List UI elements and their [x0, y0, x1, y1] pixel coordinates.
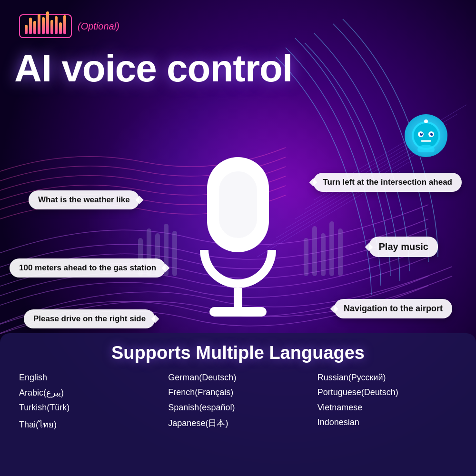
- bubble-turn-text: Turn left at the intersection ahead: [323, 178, 452, 187]
- waveform-box: [19, 14, 72, 38]
- optional-label: (Optional): [78, 21, 119, 32]
- lang-indonesian: Indonesian: [317, 417, 457, 431]
- waveform-bar: [46, 11, 49, 34]
- waveform-bar: [29, 18, 32, 34]
- svg-point-17: [430, 133, 433, 136]
- top-badge: (Optional): [19, 14, 119, 38]
- svg-point-22: [424, 119, 428, 123]
- bubble-drive: Please drive on the right side: [24, 309, 155, 328]
- lang-vietnamese: Vietnamese: [317, 403, 457, 413]
- bubble-turn: Turn left at the intersection ahead: [313, 173, 462, 192]
- page-title: AI voice control: [14, 48, 292, 89]
- languages-grid: English German(Deutsch) Russian(Русский)…: [19, 373, 457, 431]
- bubble-play: Play music: [369, 237, 438, 257]
- waveform-bar: [42, 17, 45, 34]
- waveform-bar: [63, 15, 66, 34]
- bubble-drive-text: Please drive on the right side: [33, 314, 146, 323]
- bubble-weather-text: What is the weather like: [38, 195, 130, 204]
- bubble-play-text: Play music: [378, 241, 428, 252]
- svg-point-19: [432, 133, 433, 134]
- waveform-bar: [38, 14, 40, 34]
- bubble-navigation: Navigation to the airport: [334, 299, 452, 318]
- svg-point-18: [421, 133, 422, 134]
- waveform-bar: [50, 20, 53, 34]
- robot-icon: [405, 114, 447, 157]
- lang-turkish: Turkish(Türk): [19, 403, 159, 413]
- lang-russian: Russian(Русский): [317, 373, 457, 383]
- languages-section: Supports Multiple Languages English Germ…: [0, 333, 476, 476]
- waveform-bar: [25, 25, 28, 34]
- languages-title: Supports Multiple Languages: [19, 343, 457, 363]
- waveform-bar: [33, 21, 36, 34]
- lang-arabic: Arabic(يبرع): [19, 387, 159, 398]
- bubble-nav-text: Navigation to the airport: [344, 304, 443, 313]
- microphone-icon: [200, 157, 276, 317]
- lang-thai: Thai(ไทย): [19, 417, 159, 431]
- bubble-gas-text: 100 meters ahead to the gas station: [19, 263, 156, 272]
- lang-portuguese: Portuguese(Deutsch): [317, 387, 457, 398]
- svg-point-16: [420, 133, 423, 136]
- svg-point-13: [414, 123, 438, 148]
- bubble-weather: What is the weather like: [29, 190, 139, 209]
- svg-rect-20: [421, 140, 431, 142]
- waveform-bar: [55, 16, 58, 34]
- waveform-bar: [59, 22, 62, 34]
- lang-english: English: [19, 373, 159, 383]
- lang-spanish: Spanish(español): [168, 403, 307, 413]
- bubble-gas: 100 meters ahead to the gas station: [10, 258, 166, 278]
- lang-french: French(Français): [168, 387, 307, 398]
- lang-japanese: Japanese(日本): [168, 417, 307, 431]
- lang-german: German(Deutsch): [168, 373, 307, 383]
